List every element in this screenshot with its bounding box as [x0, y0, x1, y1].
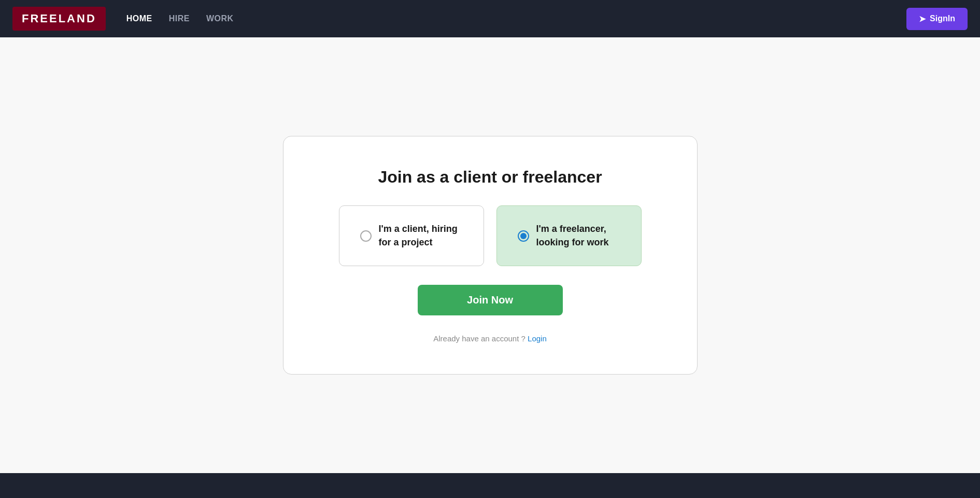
signin-label: SignIn [930, 14, 955, 23]
footer [0, 473, 980, 498]
nav-home[interactable]: HOME [126, 14, 152, 23]
client-option[interactable]: I'm a client, hiring for a project [339, 205, 484, 266]
join-now-button[interactable]: Join Now [418, 285, 563, 315]
logo[interactable]: FREELAND [12, 7, 106, 31]
card-title: Join as a client or freelancer [378, 168, 602, 187]
join-card: Join as a client or freelancer I'm a cli… [283, 136, 698, 374]
navbar: FREELAND HOME HIRE WORK ➤ SignIn [0, 0, 980, 37]
nav-hire[interactable]: HIRE [169, 14, 190, 23]
navbar-left: FREELAND HOME HIRE WORK [12, 7, 234, 31]
freelancer-radio[interactable] [518, 230, 529, 242]
login-link[interactable]: Login [528, 334, 547, 343]
radio-inner-dot [520, 233, 527, 239]
freelancer-option[interactable]: I'm a freelancer, looking for work [496, 205, 642, 266]
logo-text: FREELAND [22, 12, 96, 25]
options-row: I'm a client, hiring for a project I'm a… [325, 205, 656, 266]
freelancer-option-label: I'm a freelancer, looking for work [536, 223, 620, 248]
already-account-text: Already have an account ? Login [433, 334, 547, 343]
signin-icon: ➤ [919, 14, 926, 24]
nav-work[interactable]: WORK [206, 14, 234, 23]
main-content: Join as a client or freelancer I'm a cli… [0, 37, 980, 473]
signin-button[interactable]: ➤ SignIn [906, 8, 968, 30]
nav-links: HOME HIRE WORK [126, 14, 234, 23]
client-option-label: I'm a client, hiring for a project [379, 223, 463, 248]
client-radio[interactable] [360, 230, 372, 242]
